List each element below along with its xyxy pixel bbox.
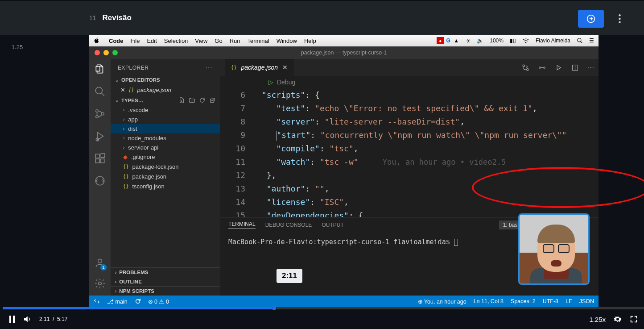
time-display: 2:11 / 5:17 [39, 316, 67, 322]
extensions-icon[interactable] [94, 153, 106, 164]
settings-icon[interactable] [94, 278, 106, 289]
output-tab[interactable]: OUTPUT [322, 222, 343, 228]
notification-badge: 1 [100, 264, 107, 271]
tree-item-tsconfigjson[interactable]: {}tsconfig.json [111, 181, 220, 191]
tree-item-vscode[interactable]: ›.vscode [111, 105, 220, 115]
editor-more-icon[interactable]: ⋯ [588, 64, 594, 71]
refresh-icon[interactable] [199, 97, 206, 104]
open-editor-item[interactable]: ✕ {} package.json [111, 84, 220, 95]
run-debug-icon[interactable] [94, 130, 106, 142]
window-title: package.json — typescript-curso-1 [301, 50, 387, 56]
spaces-status[interactable]: Spaces: 2 [511, 298, 536, 304]
open-editors-section[interactable]: ⌄OPEN EDITORS [111, 75, 220, 84]
problems-section[interactable]: ›PROBLEMS [111, 267, 220, 277]
npm-scripts-section[interactable]: ›NPM SCRIPTS [111, 286, 220, 296]
maximize-traffic-light[interactable] [112, 50, 118, 55]
cursor-status[interactable]: Ln 11, Col 8 [474, 298, 504, 304]
tree-item-packagelockjson[interactable]: {}package-lock.json [111, 162, 220, 171]
encoding-status[interactable]: UTF-8 [543, 298, 558, 304]
tray-icon[interactable]: ▲ [453, 37, 460, 44]
debug-label[interactable]: Debug [277, 79, 295, 86]
menu-edit[interactable]: Edit [147, 37, 157, 44]
tree-item-servidorapi[interactable]: ›servidor-api [111, 143, 220, 152]
close-icon[interactable]: ✕ [120, 87, 125, 93]
svg-point-7 [96, 110, 98, 112]
menu-run[interactable]: Run [230, 37, 240, 44]
menu-file[interactable]: File [131, 37, 140, 44]
new-folder-icon[interactable] [189, 97, 195, 104]
apple-icon[interactable] [94, 37, 100, 44]
tree-item-gitignore[interactable]: ◆.gitignore [111, 152, 220, 162]
compare-icon[interactable] [522, 64, 529, 71]
accounts-icon[interactable]: 1 [94, 257, 106, 269]
presenter-webcam [518, 213, 590, 285]
menu-help[interactable]: Help [304, 37, 316, 44]
pause-button[interactable] [9, 316, 15, 323]
svg-point-22 [544, 67, 545, 68]
terminal-tab[interactable]: TERMINAL [228, 221, 256, 229]
tree-item-packagejson[interactable]: {}package.json [111, 171, 220, 181]
project-section[interactable]: ⌄TYPES… [111, 95, 220, 105]
playback-rate[interactable]: 1.25x [589, 316, 606, 323]
outline-section[interactable]: ›OUTLINE [111, 277, 220, 286]
close-tab-icon[interactable]: ✕ [282, 64, 288, 71]
explorer-icon[interactable] [94, 63, 106, 75]
battery-icon[interactable]: ▮▯ [510, 37, 516, 44]
fullscreen-button[interactable] [630, 315, 638, 323]
debug-play-icon[interactable]: ▷ [268, 79, 273, 86]
tree-item-node_modules[interactable]: ›node_modules [111, 133, 220, 143]
collapse-all-icon[interactable] [209, 97, 216, 104]
user-name[interactable]: Flavio Almeida [536, 37, 570, 44]
blame-status[interactable]: ⊕ You, an hour ago [418, 298, 466, 305]
app-name[interactable]: Code [109, 37, 124, 44]
next-lesson-button[interactable] [578, 10, 604, 28]
more-button[interactable] [613, 10, 626, 28]
svg-point-4 [525, 43, 526, 43]
tree-item-app[interactable]: ›app [111, 115, 220, 124]
bluetooth-icon[interactable]: ⚹ [466, 37, 471, 44]
search-icon[interactable] [577, 37, 583, 44]
svg-point-3 [619, 21, 620, 23]
branch-status[interactable]: ⎇ main [107, 298, 128, 305]
svg-rect-13 [100, 159, 104, 163]
svg-point-16 [98, 259, 102, 263]
volume-button[interactable] [23, 316, 31, 323]
wifi-icon[interactable] [522, 38, 529, 43]
timeline-icon[interactable] [538, 64, 546, 71]
menu-view[interactable]: View [195, 37, 207, 44]
player-header: 11 Revisão [0, 1, 644, 35]
svg-point-19 [523, 65, 524, 67]
menu-window[interactable]: Window [277, 37, 297, 44]
source-control-icon[interactable] [94, 108, 106, 120]
menu-go[interactable]: Go [215, 37, 222, 44]
close-traffic-light[interactable] [95, 50, 100, 55]
eol-status[interactable]: LF [566, 298, 572, 304]
remote-icon[interactable] [94, 175, 106, 187]
svg-point-8 [96, 116, 98, 118]
menu-selection[interactable]: Selection [164, 37, 188, 44]
tray-icon[interactable]: G [445, 37, 452, 44]
svg-point-5 [578, 38, 581, 42]
svg-point-9 [102, 112, 104, 115]
remote-status-icon[interactable] [94, 298, 100, 304]
search-icon[interactable] [94, 86, 106, 97]
minimize-traffic-light[interactable] [103, 50, 109, 55]
sync-icon[interactable] [135, 298, 141, 304]
errors-status[interactable]: ⊗ 0 ⚠ 0 [148, 298, 169, 305]
svg-point-15 [95, 176, 104, 185]
debug-console-tab[interactable]: DEBUG CONSOLE [265, 222, 312, 228]
language-status[interactable]: JSON [579, 298, 594, 304]
run-file-icon[interactable] [555, 64, 562, 71]
code-editor[interactable]: 678910111213141516 "scripts": { "test": … [220, 88, 599, 217]
player-settings-icon[interactable] [614, 315, 622, 323]
split-editor-icon[interactable] [571, 64, 579, 71]
editor-tab[interactable]: {} package.json ✕ [225, 59, 294, 76]
menu-terminal[interactable]: Terminal [248, 37, 269, 44]
explorer-more-icon[interactable]: ⋯ [205, 63, 213, 72]
tree-item-dist[interactable]: ›dist [111, 124, 220, 133]
player-controls: 2:11 / 5:17 1.25x [3, 309, 644, 329]
volume-icon[interactable]: 🔈 [477, 37, 483, 44]
tray-icon[interactable]: ● [437, 37, 444, 44]
control-center-icon[interactable]: ☰ [589, 37, 594, 44]
new-file-icon[interactable] [178, 97, 185, 104]
